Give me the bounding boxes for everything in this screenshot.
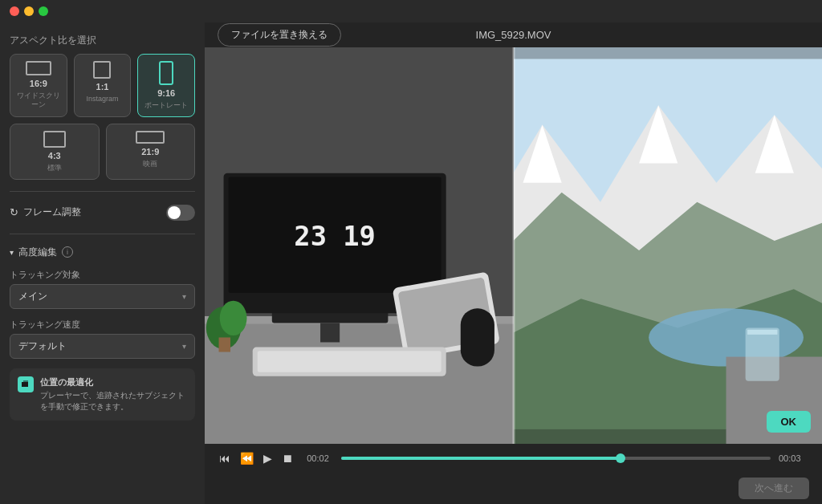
info-box-body: プレーヤーで、追跡されたサブジェクトを手動で修正できます。 xyxy=(40,390,187,413)
time-end: 00:03 xyxy=(779,453,809,463)
svg-rect-32 xyxy=(747,330,777,335)
aspect-label-219-main: 21:9 xyxy=(141,147,159,156)
mountain-svg xyxy=(514,47,823,444)
aspect-icon-11 xyxy=(93,61,111,79)
file-title: IMG_5929.MOV xyxy=(476,29,551,41)
progress-bar[interactable] xyxy=(341,457,771,460)
tracking-speed-value: デフォルト xyxy=(18,339,67,353)
play-controls: ⏮ ⏪ ▶ ⏹ xyxy=(218,450,295,466)
time-current: 00:02 xyxy=(303,453,333,463)
traffic-lights xyxy=(10,6,48,16)
svg-rect-2 xyxy=(23,380,28,384)
svg-rect-15 xyxy=(219,337,230,352)
step-back-button[interactable]: ⏮ xyxy=(218,450,232,466)
video-right-half xyxy=(514,47,823,444)
info-box: 位置の最適化 プレーヤーで、追跡されたサブジェクトを手動で修正できます。 xyxy=(10,368,195,421)
svg-rect-28 xyxy=(514,47,823,59)
frame-back-button[interactable]: ⏪ xyxy=(238,450,255,466)
info-icon[interactable]: i xyxy=(62,246,73,258)
desk-svg: 23 19 xyxy=(205,47,514,444)
video-left-half: 23 19 xyxy=(205,47,514,444)
aspect-label-43-main: 4:3 xyxy=(48,151,61,161)
video-frame: 23 19 xyxy=(205,47,822,444)
aspect-icon-169 xyxy=(26,61,51,75)
advanced-edit-label: 高度編集 xyxy=(18,246,57,259)
aspect-btn-916[interactable]: 9:16 ポートレート xyxy=(137,54,195,117)
progress-thumb[interactable] xyxy=(616,453,625,463)
aspect-ratio-title: アスペクト比を選択 xyxy=(10,34,195,47)
split-line xyxy=(512,47,515,444)
maximize-button[interactable] xyxy=(39,6,48,16)
info-box-content: 位置の最適化 プレーヤーで、追跡されたサブジェクトを手動で修正できます。 xyxy=(40,376,187,413)
svg-rect-31 xyxy=(745,327,779,380)
aspect-icon-219 xyxy=(136,131,165,144)
aspect-btn-11[interactable]: 1:1 Instagram xyxy=(74,54,132,117)
frame-adjust-label: フレーム調整 xyxy=(23,205,81,219)
info-box-icon xyxy=(18,376,34,392)
bottom-bar: 次へ進む xyxy=(205,473,822,504)
aspect-label-169-main: 16:9 xyxy=(30,79,47,88)
aspect-grid-bottom: 4:3 標準 21:9 映画 xyxy=(10,124,195,180)
progress-fill xyxy=(341,457,621,460)
aspect-label-11-main: 1:1 xyxy=(96,82,109,91)
svg-text:23 19: 23 19 xyxy=(294,221,376,252)
chevron-down-icon: ▾ xyxy=(10,248,14,257)
aspect-label-219-sub: 映画 xyxy=(143,160,157,169)
svg-point-14 xyxy=(220,301,247,335)
frame-adjust-row: ↻ フレーム調整 xyxy=(10,203,195,222)
tracking-speed-dropdown[interactable]: デフォルト ▾ xyxy=(10,334,195,359)
tracking-speed-group: トラッキング速度 デフォルト ▾ xyxy=(10,319,195,359)
toggle-thumb xyxy=(168,206,181,219)
tracking-target-label: トラッキング対象 xyxy=(10,269,195,281)
titlebar xyxy=(0,0,822,22)
advanced-edit-header[interactable]: ▾ 高度編集 i xyxy=(10,246,195,259)
divider-1 xyxy=(10,191,195,192)
aspect-btn-219[interactable]: 21:9 映画 xyxy=(106,124,196,180)
aspect-label-169-sub: ワイドスクリーン xyxy=(14,91,63,109)
tracking-target-group: トラッキング対象 メイン ▾ xyxy=(10,269,195,309)
svg-rect-7 xyxy=(320,323,340,342)
stop-button[interactable]: ⏹ xyxy=(280,450,295,466)
aspect-ratio-section: アスペクト比を選択 16:9 ワイドスクリーン 1:1 Instagram xyxy=(10,34,195,180)
refresh-icon: ↻ xyxy=(10,206,18,218)
aspect-icon-916 xyxy=(159,61,173,85)
info-box-title: 位置の最適化 xyxy=(40,376,187,388)
aspect-label-916-main: 9:16 xyxy=(157,88,175,98)
next-button[interactable]: 次へ進む xyxy=(739,478,809,499)
aspect-label-11-sub: Instagram xyxy=(86,95,118,104)
aspect-label-916-sub: ポートレート xyxy=(144,101,188,110)
aspect-btn-169[interactable]: 16:9 ワイドスクリーン xyxy=(10,54,67,117)
replace-file-button[interactable]: ファイルを置き換える xyxy=(218,23,341,47)
play-button[interactable]: ▶ xyxy=(262,450,274,466)
aspect-grid-top: 16:9 ワイドスクリーン 1:1 Instagram 9:16 ポートレート xyxy=(10,54,195,117)
tracking-target-dropdown[interactable]: メイン ▾ xyxy=(10,284,195,309)
svg-rect-16 xyxy=(461,308,494,366)
tracking-speed-label: トラッキング速度 xyxy=(10,319,195,331)
aspect-btn-43[interactable]: 4:3 標準 xyxy=(10,124,100,180)
minimize-button[interactable] xyxy=(24,6,34,16)
svg-rect-18 xyxy=(258,351,442,372)
top-bar: ファイルを置き換える IMG_5929.MOV xyxy=(205,22,822,47)
ok-button[interactable]: OK xyxy=(767,411,812,433)
main-layout: アスペクト比を選択 16:9 ワイドスクリーン 1:1 Instagram xyxy=(0,22,822,504)
playback-bar: ⏮ ⏪ ▶ ⏹ 00:02 00:03 xyxy=(205,444,822,473)
divider-2 xyxy=(10,234,195,234)
close-button[interactable] xyxy=(10,6,19,16)
sidebar: アスペクト比を選択 16:9 ワイドスクリーン 1:1 Instagram xyxy=(0,22,205,504)
video-area: 23 19 xyxy=(205,47,822,444)
aspect-icon-43 xyxy=(43,131,66,148)
dropdown-arrow-speed: ▾ xyxy=(182,342,186,351)
frame-adjust-toggle[interactable] xyxy=(166,205,195,221)
tracking-target-value: メイン xyxy=(18,290,47,303)
dropdown-arrow-target: ▾ xyxy=(182,292,186,301)
frame-adjust-label-group: ↻ フレーム調整 xyxy=(10,205,81,219)
desk-scene: 23 19 xyxy=(205,47,514,444)
aspect-label-43-sub: 標準 xyxy=(47,164,62,173)
content-area: ファイルを置き換える IMG_5929.MOV xyxy=(205,22,822,504)
